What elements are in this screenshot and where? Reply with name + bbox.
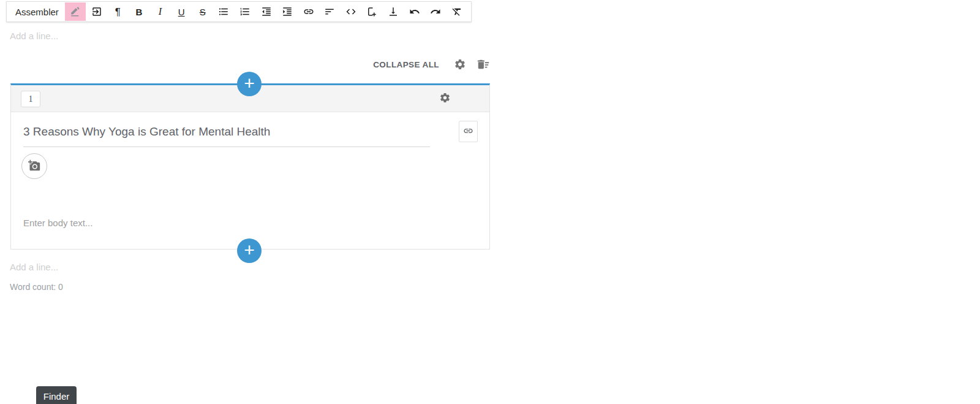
bullet-list-button[interactable] [213, 2, 235, 21]
italic-icon: I [159, 7, 162, 17]
collapse-all-button[interactable]: COLLAPSE ALL [373, 60, 439, 69]
code-icon [345, 6, 356, 17]
align-bottom-button[interactable] [383, 2, 404, 21]
card-index-badge: 1 [21, 91, 40, 107]
redo-icon [430, 6, 441, 17]
bold-icon: B [136, 7, 143, 17]
pencil-icon [70, 6, 81, 17]
link-icon [303, 6, 314, 17]
link-icon [463, 126, 473, 138]
italic-button[interactable]: I [149, 2, 171, 21]
exit-to-app-icon [91, 6, 102, 17]
delete-sweep-icon [477, 58, 490, 71]
add-line-top[interactable]: Add a line... [10, 31, 58, 41]
undo-button[interactable] [404, 2, 425, 21]
align-left-button[interactable] [319, 2, 341, 21]
card-settings-button[interactable] [439, 92, 451, 105]
title-text: 3 Reasons Why Yoga is Great for Mental H… [23, 125, 270, 138]
note-add-icon [366, 6, 377, 17]
card-link-button[interactable] [459, 121, 478, 142]
note-add-button[interactable] [361, 2, 383, 21]
underline-icon: U [178, 7, 185, 17]
gear-icon [454, 58, 466, 71]
underline-button[interactable]: U [171, 2, 192, 21]
vertical-align-bottom-icon [388, 6, 399, 17]
indent-increase-icon [282, 6, 293, 17]
insert-link-button[interactable] [298, 2, 319, 21]
formatting-toolbar: Assembler ¶ B I U S [6, 1, 472, 22]
exit-to-app-button[interactable] [86, 2, 107, 21]
numbered-list-button[interactable] [235, 2, 256, 21]
add-a-photo-icon [28, 159, 40, 173]
paragraph-icon: ¶ [115, 7, 121, 17]
delete-all-button[interactable] [477, 58, 490, 71]
redo-button[interactable] [425, 2, 447, 21]
content-card: 1 3 Reasons Why Yoga is Great for Mental… [10, 83, 490, 250]
add-photo-button[interactable] [21, 153, 47, 179]
format-clear-icon [451, 6, 462, 17]
numbered-list-icon [239, 6, 251, 17]
indent-increase-button[interactable] [277, 2, 298, 21]
undo-icon [409, 6, 420, 17]
paragraph-button[interactable]: ¶ [107, 2, 129, 21]
add-section-above-button[interactable]: + [237, 72, 262, 96]
add-line-bottom[interactable]: Add a line... [10, 262, 58, 272]
indent-decrease-button[interactable] [255, 2, 277, 21]
indent-decrease-icon [261, 6, 272, 17]
finder-button[interactable]: Finder [36, 386, 77, 404]
format-clear-button[interactable] [447, 2, 468, 21]
controls-row: COLLAPSE ALL [10, 57, 490, 72]
title-input[interactable]: 3 Reasons Why Yoga is Great for Mental H… [23, 125, 430, 147]
toolbar-title: Assembler [15, 7, 59, 17]
assembler-settings-button[interactable] [454, 58, 466, 71]
strikethrough-button[interactable]: S [192, 2, 213, 21]
bullet-list-icon [218, 6, 229, 17]
body-text-input[interactable]: Enter body text... [23, 218, 92, 228]
card-body: 3 Reasons Why Yoga is Great for Mental H… [11, 112, 489, 250]
code-button[interactable] [341, 2, 362, 21]
edit-mode-button[interactable] [65, 2, 86, 21]
gear-icon [439, 92, 451, 105]
strikethrough-icon: S [200, 7, 206, 17]
bold-button[interactable]: B [129, 2, 150, 21]
align-left-icon [324, 6, 335, 17]
plus-icon: + [244, 241, 255, 259]
word-count: Word count: 0 [10, 282, 63, 292]
add-section-below-button[interactable]: + [237, 238, 262, 263]
plus-icon: + [244, 74, 255, 93]
